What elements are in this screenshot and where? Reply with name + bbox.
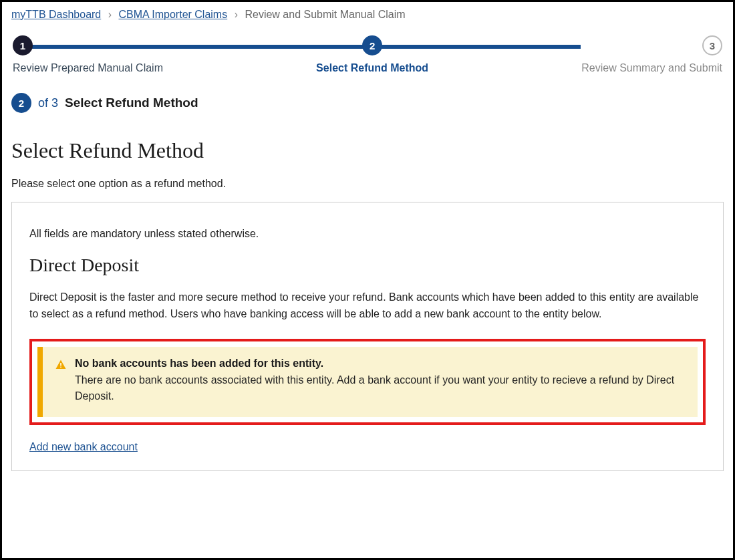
page-title: Select Refund Method [11,138,724,163]
progress-step-title: Select Refund Method [65,96,198,110]
breadcrumb-separator: › [108,9,112,20]
step-label-1: Review Prepared Manual Claim [13,62,163,74]
step-label-2: Select Refund Method [316,62,428,74]
breadcrumb-separator: › [235,9,238,20]
progress-of-text: of 3 [38,96,58,110]
breadcrumb-current: Review and Submit Manual Claim [245,9,405,20]
stepper: 1 Review Prepared Manual Claim 2 Select … [13,35,722,74]
section-heading-direct-deposit: Direct Deposit [29,255,706,276]
warning-alert: No bank accounts has been added for this… [37,347,698,418]
step-1: 1 Review Prepared Manual Claim [13,35,163,74]
section-description: Direct Deposit is the faster and more se… [29,289,706,323]
alert-highlight-frame: No bank accounts has been added for this… [29,339,706,426]
alert-title: No bank accounts has been added for this… [75,358,686,370]
alert-content: No bank accounts has been added for this… [75,358,686,406]
page-subtext: Please select one option as a refund met… [11,178,724,190]
progress-current-number: 2 [11,93,31,113]
breadcrumb-link-claims[interactable]: CBMA Importer Claims [119,9,228,20]
breadcrumb-link-dashboard[interactable]: myTTB Dashboard [11,9,101,20]
breadcrumb: myTTB Dashboard › CBMA Importer Claims ›… [11,9,724,21]
add-bank-account-link[interactable]: Add new bank account [29,441,138,452]
step-label-3: Review Summary and Submit [581,62,722,74]
alert-body: There are no bank accounts associated wi… [75,372,686,406]
svg-rect-1 [60,366,61,368]
refund-form-box: All fields are mandatory unless stated o… [11,202,724,471]
progress-indicator: 2 of 3 Select Refund Method [11,93,724,113]
step-2: 2 Select Refund Method [316,35,428,74]
step-3: 3 Review Summary and Submit [581,35,722,74]
step-circle-3: 3 [702,35,722,55]
svg-rect-0 [60,363,61,366]
step-circle-1: 1 [13,35,33,55]
warning-icon [55,359,67,371]
step-circle-2: 2 [362,35,382,55]
mandatory-note: All fields are mandatory unless stated o… [29,228,706,240]
